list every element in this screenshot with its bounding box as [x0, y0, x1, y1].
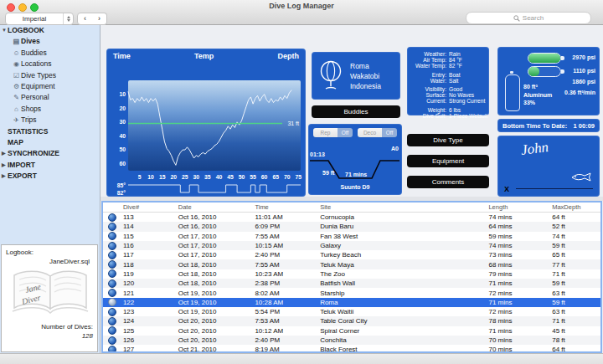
chart-header-temp: Temp: [194, 52, 214, 60]
table-row[interactable]: 116Oct 17, 201010:15 AMGalaxy74 mins59 f…: [103, 241, 600, 250]
table-row[interactable]: 121Oct 19, 20108:02 AMStarship72 mins63 …: [103, 288, 600, 297]
conditions-box: Weather:RainAir Temp:84 °FWater Temp:82 …: [407, 47, 489, 115]
table-row[interactable]: 115Oct 17, 20107:55 AMFan 38 West59 mins…: [103, 232, 600, 241]
forward-button[interactable]: ›: [92, 13, 107, 25]
dive-icon: [108, 269, 116, 278]
cell-maxdepth: 63 ft: [550, 308, 600, 315]
cell-dive: 123: [121, 308, 177, 315]
cell-time: 5:54 PM: [253, 308, 318, 315]
cell-icon: [103, 317, 121, 326]
cell-time: 10:15 AM: [253, 242, 318, 249]
column-header-site[interactable]: Site: [318, 203, 487, 212]
sidebar-section-statistics[interactable]: STATISTICS: [0, 126, 100, 137]
condition-label: Weight:: [407, 107, 449, 113]
sidebar-section-map[interactable]: MAP: [0, 137, 100, 148]
tank-panel: 2970 psi 1110 psi 1860 psi 0.36 ft³/min …: [497, 47, 600, 115]
condition-value: 1-Piece Wetsuit: [449, 113, 487, 119]
dive-icon: [108, 279, 116, 288]
equipment-button[interactable]: Equipment: [407, 155, 489, 167]
cell-time: 10:12 AM: [253, 327, 318, 335]
table-row[interactable]: 120Oct 18, 20102:38 PMBatfish Wall71 min…: [103, 279, 600, 288]
cell-site: Table Coral City: [318, 317, 487, 325]
table-row[interactable]: 122Oct 19, 201010:28 AMRoma71 mins59 ft: [103, 298, 600, 307]
sidebar-section-synchronize[interactable]: ▶SYNCHRONIZE: [0, 148, 100, 159]
sidebar-item-locations[interactable]: ◉Locations: [0, 59, 100, 69]
column-header-time[interactable]: Time: [253, 203, 318, 212]
comments-button-label: Comments: [432, 178, 465, 186]
disclosure-triangle-icon[interactable]: ▼: [2, 25, 7, 36]
column-header-date[interactable]: Date: [177, 203, 254, 212]
dive-icon: [108, 346, 116, 353]
sidebar-item-buddies[interactable]: ☺Buddies: [0, 48, 100, 59]
rep-toggle[interactable]: Rep Off: [313, 128, 353, 137]
cell-maxdepth: 45 ft: [550, 327, 600, 335]
table-row[interactable]: 127Oct 21, 20108:19 AMBlack Forest70 min…: [103, 345, 600, 353]
cell-time: 2:40 PM: [253, 251, 318, 259]
sidebar-item-personal[interactable]: ✎Personal: [0, 92, 100, 103]
cell-maxdepth: 77 ft: [550, 261, 600, 269]
condition-row-water: Water:Salt: [407, 78, 489, 84]
sidebar-section-label: SYNCHRONIZE: [8, 149, 59, 157]
table-row[interactable]: 114Oct 16, 20106:09 PMDunia Baru64 mins5…: [103, 222, 600, 231]
cell-dive: 114: [121, 223, 177, 230]
cell-length: 71 mins: [487, 299, 550, 306]
column-header-length[interactable]: Length: [487, 203, 550, 212]
cell-date: Oct 16, 2010: [177, 223, 254, 230]
cell-dive: 116: [121, 242, 177, 249]
condition-label: Surface:: [407, 92, 449, 98]
table-row[interactable]: 126Oct 20, 20102:40 PMConchita70 mins78 …: [103, 336, 600, 345]
column-header-dive[interactable]: Dive#: [121, 203, 177, 212]
search-input[interactable]: Search: [466, 12, 591, 24]
sidebar-section-export[interactable]: ▶EXPORT: [0, 171, 100, 182]
sidebar-item-shops[interactable]: ⌂Shops: [0, 104, 100, 115]
cell-date: Oct 17, 2010: [177, 251, 254, 259]
cell-date: Oct 19, 2010: [177, 299, 254, 306]
cell-dive: 127: [121, 346, 177, 353]
personal-icon: ✎: [12, 92, 21, 103]
sidebar-item-equipment[interactable]: ⚙Equipment: [0, 81, 100, 92]
cell-time: 2:38 PM: [253, 279, 318, 287]
sidebar-section-logbook[interactable]: ▼LOGBOOK: [0, 25, 100, 36]
sidebar-item-dive-types[interactable]: ☑Dive Types: [0, 70, 100, 81]
units-dropdown[interactable]: Imperial: [5, 13, 74, 25]
svg-text:30: 30: [193, 174, 200, 180]
column-header-maxdepth[interactable]: MaxDepth: [550, 203, 600, 212]
cell-icon: [103, 251, 121, 259]
cell-dive: 119: [121, 270, 177, 278]
table-row[interactable]: 124Oct 20, 20107:53 AMTable Coral City78…: [103, 316, 600, 326]
sidebar-item-trips[interactable]: ✈Trips: [0, 115, 100, 126]
signature-panel[interactable]: John X: [497, 136, 600, 197]
cell-length: 73 mins: [487, 251, 550, 259]
condition-value: 84 °F: [449, 57, 462, 63]
svg-text:60: 60: [261, 174, 268, 180]
table-row[interactable]: 123Oct 19, 20105:54 PMTeluk Waitii72 min…: [103, 307, 600, 316]
sidebar-item-dives[interactable]: ▤Dives: [0, 36, 100, 47]
dropdown-arrows-icon: [63, 13, 73, 24]
cell-date: Oct 19, 2010: [177, 308, 254, 315]
back-button[interactable]: ‹: [77, 13, 93, 25]
table-row[interactable]: 117Oct 17, 20102:40 PMTurkey Beach73 min…: [103, 250, 600, 259]
table-row[interactable]: 113Oct 16, 201011:01 AMCornucopia74 mins…: [103, 213, 600, 222]
location-box[interactable]: RomaWakatobiIndonesia: [312, 52, 400, 100]
disclosure-triangle-icon[interactable]: ▶: [2, 148, 6, 159]
dive-icon: [108, 289, 116, 297]
sidebar-section-import[interactable]: ▶IMPORT: [0, 160, 100, 171]
condition-label: Water Temp:: [407, 63, 449, 69]
condition-row-current: Current:Strong Current: [407, 98, 489, 104]
cell-length: 64 mins: [487, 223, 550, 230]
comments-button[interactable]: Comments: [407, 176, 489, 188]
trips-icon: ✈: [12, 115, 21, 126]
tank-percent: 33%: [523, 99, 552, 107]
disclosure-triangle-icon[interactable]: ▶: [2, 171, 6, 182]
deco-toggle[interactable]: Deco Off: [358, 128, 397, 137]
table-row[interactable]: 119Oct 18, 201010:23 AMThe Zoo79 mins71 …: [103, 269, 600, 279]
table-row[interactable]: 125Oct 20, 201010:12 AMSpiral Corner71 m…: [103, 326, 600, 336]
svg-text:20: 20: [119, 105, 126, 111]
dive-type-button[interactable]: Dive Type: [407, 134, 489, 146]
buddies-button[interactable]: Buddies: [312, 105, 400, 118]
table-row[interactable]: 118Oct 18, 20107:55 AMTeluk Maya68 mins7…: [103, 259, 600, 269]
condition-label: Water:: [407, 78, 449, 84]
cell-maxdepth: 63 ft: [550, 290, 600, 297]
disclosure-triangle-icon[interactable]: ▶: [2, 160, 6, 171]
condition-row-entry: Entry:Boat: [407, 72, 489, 78]
